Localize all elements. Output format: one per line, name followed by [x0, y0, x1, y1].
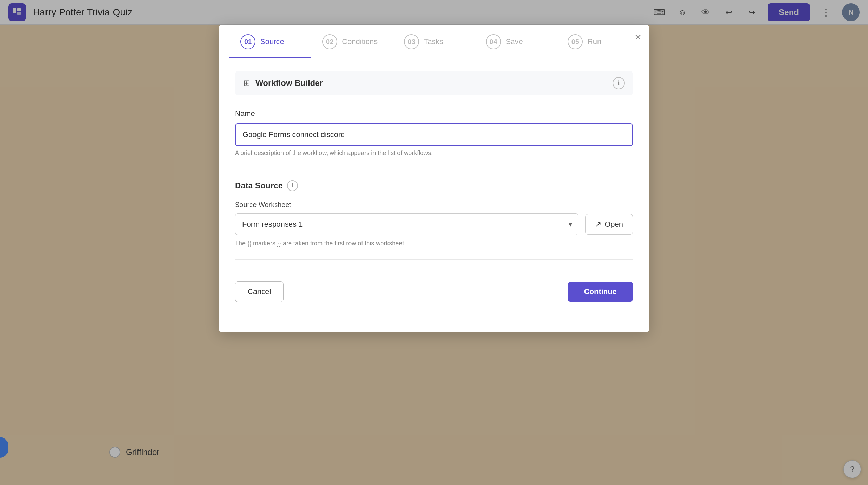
workflow-builder-header: ⊞ Workflow Builder ℹ — [235, 71, 633, 95]
step-4-label: Save — [506, 37, 523, 46]
info-symbol-2: i — [292, 183, 293, 189]
name-section: Name A brief description of the workflow… — [235, 109, 633, 157]
step-1-num: 01 — [240, 34, 255, 49]
modal-footer: Cancel Continue — [235, 271, 633, 302]
select-hint: The {{ markers }} are taken from the fir… — [235, 240, 633, 247]
step-3-label: Tasks — [424, 37, 443, 46]
workflow-builder-icon: ⊞ — [243, 78, 250, 88]
cancel-button[interactable]: Cancel — [235, 281, 284, 302]
open-external-icon: ↗ — [595, 220, 601, 229]
name-label: Name — [235, 109, 633, 118]
step-1-label: Source — [260, 37, 284, 46]
step-run[interactable]: 05 Run — [557, 25, 639, 58]
step-5-label: Run — [588, 37, 601, 46]
workflow-builder-title: Workflow Builder — [255, 78, 613, 88]
open-button[interactable]: ↗ Open — [585, 214, 633, 235]
continue-button[interactable]: Continue — [568, 282, 633, 302]
step-conditions[interactable]: 02 Conditions — [311, 25, 393, 58]
select-row: Form responses 1 Sheet1 Sheet2 ▾ ↗ Open — [235, 213, 633, 235]
info-symbol: ℹ — [618, 79, 620, 87]
step-source[interactable]: 01 Source — [229, 25, 311, 58]
step-3-num: 03 — [404, 34, 419, 49]
modal-body: ⊞ Workflow Builder ℹ Name A brief descri… — [219, 58, 649, 316]
step-save[interactable]: 04 Save — [475, 25, 557, 58]
source-worksheet-wrapper: Form responses 1 Sheet1 Sheet2 ▾ — [235, 213, 578, 235]
stepper: 01 Source 02 Conditions 03 Tasks 04 Save… — [219, 25, 649, 58]
modal-overlay: × 01 Source 02 Conditions 03 Tasks 04 Sa… — [0, 0, 868, 485]
data-source-section: Data Source i Source Worksheet Form resp… — [235, 180, 633, 247]
source-worksheet-select[interactable]: Form responses 1 Sheet1 Sheet2 — [235, 213, 578, 235]
data-source-info-icon[interactable]: i — [287, 180, 298, 191]
step-4-num: 04 — [486, 34, 501, 49]
data-source-title: Data Source i — [235, 180, 633, 191]
source-worksheet-label: Source Worksheet — [235, 201, 633, 209]
step-2-num: 02 — [322, 34, 337, 49]
workflow-name-input[interactable] — [235, 123, 633, 146]
step-tasks[interactable]: 03 Tasks — [393, 25, 475, 58]
step-5-num: 05 — [568, 34, 583, 49]
footer-divider — [235, 259, 633, 260]
workflow-builder-info-icon[interactable]: ℹ — [613, 77, 625, 89]
name-hint: A brief description of the workflow, whi… — [235, 149, 633, 157]
workflow-modal: × 01 Source 02 Conditions 03 Tasks 04 Sa… — [219, 25, 649, 332]
open-button-label: Open — [605, 220, 623, 229]
section-divider — [235, 169, 633, 169]
step-2-label: Conditions — [342, 37, 378, 46]
